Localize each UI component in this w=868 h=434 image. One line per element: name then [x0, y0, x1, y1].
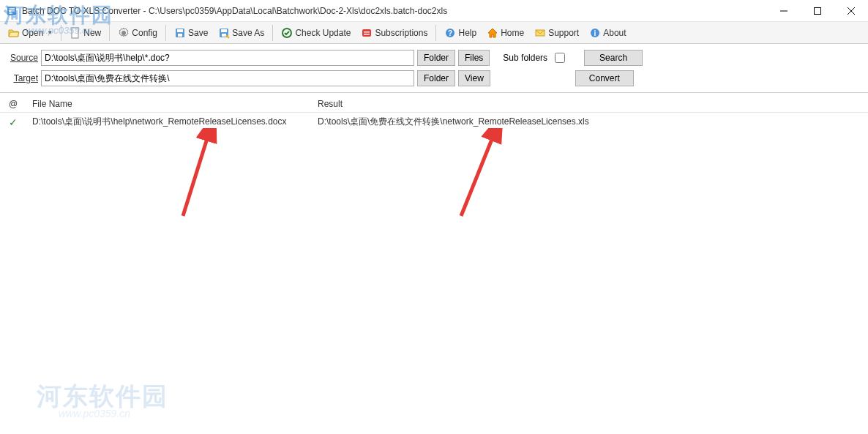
check-update-label: Check Update [295, 28, 351, 38]
home-icon [487, 27, 498, 39]
maximize-icon [814, 7, 821, 15]
svg-rect-3 [9, 12, 12, 14]
svg-rect-2 [9, 10, 15, 12]
new-icon [70, 27, 81, 39]
table-row[interactable]: ✓ D:\tools\桌面\说明书\help\network_RemoteRel… [0, 113, 868, 131]
result-cell: D:\tools\桌面\免费在线文件转换\network_RemoteRelea… [312, 116, 868, 128]
svg-rect-15 [222, 34, 226, 37]
open-icon [8, 27, 20, 39]
support-button[interactable]: Support [529, 24, 584, 42]
svg-rect-18 [364, 31, 370, 33]
svg-rect-11 [177, 29, 183, 32]
maximize-button[interactable] [801, 0, 834, 22]
table-header: @ File Name Result [0, 95, 868, 113]
status-cell: ✓ [0, 116, 26, 128]
source-folder-button[interactable]: Folder [417, 50, 455, 66]
dropdown-arrow-icon: ▼ [47, 29, 53, 36]
target-folder-button[interactable]: Folder [417, 70, 455, 86]
target-label: Target [7, 73, 38, 83]
col-result-header[interactable]: Result [312, 99, 868, 109]
source-files-button[interactable]: Files [458, 50, 490, 66]
toolbar-separator [272, 25, 273, 41]
svg-rect-5 [815, 7, 821, 14]
save-as-label: Save As [232, 28, 264, 38]
check-icon: ✓ [9, 116, 18, 128]
help-button[interactable]: ? Help [439, 24, 482, 42]
target-view-button[interactable]: View [458, 70, 490, 86]
help-label: Help [458, 28, 476, 38]
about-icon: i [589, 27, 601, 39]
subscriptions-icon [361, 27, 373, 39]
open-button[interactable]: Open ▼ [3, 24, 58, 42]
save-icon [174, 27, 186, 39]
svg-rect-19 [364, 34, 370, 35]
toolbar: Open ▼ New Config Save Save As Check Upd… [0, 22, 868, 44]
help-icon: ? [444, 27, 456, 39]
toolbar-separator [109, 25, 110, 41]
save-as-button[interactable]: Save As [213, 24, 269, 42]
svg-rect-12 [178, 34, 182, 37]
minimize-icon [780, 7, 787, 15]
open-label: Open [22, 28, 43, 38]
minimize-button[interactable] [767, 0, 801, 22]
svg-text:?: ? [448, 29, 452, 37]
support-label: Support [548, 28, 579, 38]
config-icon [118, 27, 130, 39]
svg-rect-14 [221, 29, 227, 32]
search-button[interactable]: Search [584, 50, 643, 66]
check-update-icon [281, 27, 293, 39]
app-icon [6, 5, 18, 17]
svg-rect-1 [9, 8, 15, 10]
subscriptions-button[interactable]: Subscriptions [356, 24, 433, 42]
toolbar-separator [61, 25, 61, 41]
source-input[interactable] [41, 50, 414, 66]
save-button[interactable]: Save [169, 24, 213, 42]
home-label: Home [501, 28, 524, 38]
toolbar-separator [165, 25, 166, 41]
home-button[interactable]: Home [482, 24, 529, 42]
about-button[interactable]: i About [584, 24, 631, 42]
svg-text:i: i [594, 29, 596, 37]
save-label: Save [188, 28, 208, 38]
filename-cell: D:\tools\桌面\说明书\help\network_RemoteRelea… [26, 116, 312, 128]
window-title: Batch DOC TO XLS Converter - C:\Users\pc… [22, 6, 767, 16]
results-area: @ File Name Result ✓ D:\tools\桌面\说明书\hel… [0, 95, 868, 434]
config-label: Config [132, 28, 157, 38]
support-icon [534, 27, 546, 39]
svg-rect-17 [362, 29, 371, 37]
config-button[interactable]: Config [113, 24, 162, 42]
source-row: Source Folder Files Sub folders Search [7, 50, 861, 66]
toolbar-separator [435, 25, 436, 41]
paths-panel: Source Folder Files Sub folders Search T… [0, 44, 868, 93]
col-filename-header[interactable]: File Name [26, 99, 312, 109]
col-status-header[interactable]: @ [0, 99, 26, 109]
target-row: Target Folder View Convert [7, 70, 861, 86]
new-label: New [83, 28, 101, 38]
about-label: About [603, 28, 626, 38]
close-button[interactable] [834, 0, 868, 22]
target-input[interactable] [41, 70, 414, 86]
close-icon [848, 7, 855, 15]
sub-folders-checkbox[interactable] [555, 53, 565, 63]
convert-button[interactable]: Convert [575, 70, 634, 86]
new-button[interactable]: New [64, 24, 106, 42]
titlebar: Batch DOC TO XLS Converter - C:\Users\pc… [0, 0, 868, 22]
source-label: Source [7, 53, 38, 63]
svg-point-9 [121, 31, 126, 35]
save-as-icon [218, 27, 230, 39]
subscriptions-label: Subscriptions [375, 28, 427, 38]
sub-folders-label: Sub folders [503, 53, 547, 63]
check-update-button[interactable]: Check Update [276, 24, 356, 42]
